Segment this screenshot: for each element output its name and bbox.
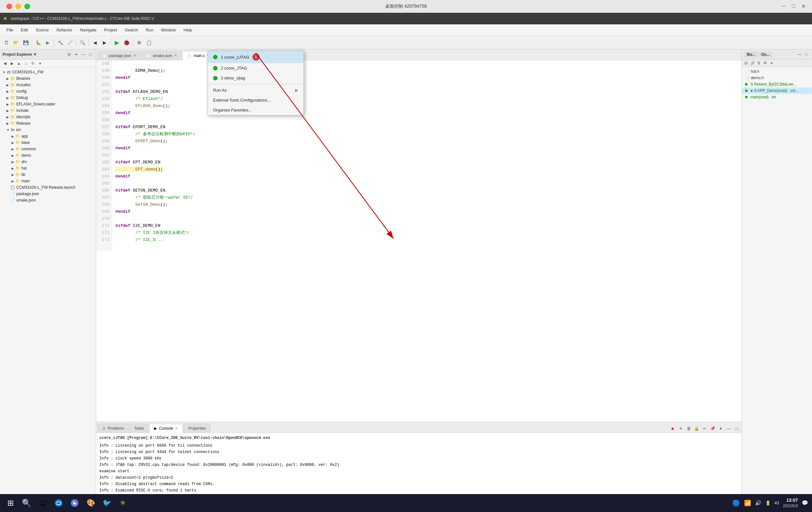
right-panel-controls[interactable]: — □	[796, 52, 809, 57]
outline-item[interactable]: main(void) : int	[742, 94, 812, 100]
tab-outline[interactable]: Ou...	[758, 52, 772, 57]
list-item[interactable]: ▶ 📁 main	[0, 178, 96, 184]
menu-edit[interactable]: Edit	[18, 26, 31, 34]
restore-icon[interactable]: □	[792, 3, 795, 9]
outline-collapse-btn[interactable]: ⊟	[743, 60, 749, 66]
list-item[interactable]: ▶ 📁 common	[0, 146, 96, 152]
minimize-panel-btn[interactable]: —	[81, 52, 86, 57]
taskbar-search-icon[interactable]: 🔍	[20, 496, 33, 510]
tab-problems[interactable]: ⚠ Problems	[97, 424, 129, 432]
save-button[interactable]: 💾	[21, 38, 30, 47]
run-button[interactable]: ▶	[43, 38, 52, 47]
minimize-bottom-btn[interactable]: —	[725, 425, 732, 432]
taskbar-start-icon[interactable]: ⊞	[4, 496, 17, 510]
back-nav-btn[interactable]: ◀	[2, 61, 8, 66]
debug-ext-button[interactable]: 🐞	[122, 38, 131, 47]
collapse-all-btn[interactable]: ⊟	[66, 52, 72, 57]
menu-window[interactable]: Window	[158, 26, 179, 34]
list-item[interactable]: ▶ 📁 lib	[0, 172, 96, 178]
forward-button[interactable]: ▶	[100, 38, 109, 47]
menu-source[interactable]: Source	[32, 26, 52, 34]
panel-menu-btn[interactable]: ▾	[74, 52, 79, 57]
search-button[interactable]: 🔍	[78, 38, 87, 47]
cm-item-run-as[interactable]: Run As ▶	[208, 85, 303, 95]
outline-link-btn[interactable]: 🔗	[750, 60, 755, 66]
panel-controls[interactable]: ⊟ ▾ — □	[66, 52, 93, 57]
list-item[interactable]: ▶ 📁 ldscripts	[0, 114, 96, 120]
list-item[interactable]: ▶ 📄 package.json	[0, 191, 96, 197]
menu-run[interactable]: Run	[143, 26, 157, 34]
minimize-right-btn[interactable]: —	[796, 52, 802, 57]
list-item[interactable]: ▶ 📁 base	[0, 139, 96, 146]
list-item[interactable]: ▶ 📁 drv	[0, 159, 96, 165]
tab-properties[interactable]: Properties	[183, 424, 210, 432]
close-icon[interactable]: ✕	[802, 3, 806, 9]
list-item[interactable]: ▼ 🗁 src	[0, 126, 96, 133]
taskbar-chrome-icon[interactable]	[68, 496, 81, 510]
settings-btn[interactable]: ▾	[37, 61, 43, 66]
editor-content[interactable]: 148 149 150 151 152 153 154 155 156 157 …	[96, 60, 742, 422]
menu-navigate[interactable]: Navigate	[77, 26, 100, 34]
maximize-bottom-btn[interactable]: □	[733, 425, 740, 432]
tab-close[interactable]: ✕	[133, 54, 136, 58]
taskbar-ide-icon[interactable]: ✳	[116, 496, 129, 510]
list-item[interactable]: ▶ 📁 EFLASH_DownLoader	[0, 101, 96, 107]
taskbar-app6-icon[interactable]: 🐦	[100, 496, 113, 510]
tab-close[interactable]: ✕	[174, 54, 177, 58]
taskbar-app5-icon[interactable]: 🎨	[84, 496, 97, 510]
menu-search[interactable]: Search	[121, 26, 141, 34]
tab-tasks[interactable]: Tasks	[129, 424, 149, 432]
maximize-button[interactable]	[24, 3, 30, 9]
win-controls-right[interactable]: ─ □ ✕	[782, 3, 806, 9]
tab-console[interactable]: ▶ Console ✕	[149, 424, 183, 433]
cm-item-ccore-jtag[interactable]: 2 ccore_JTAG	[208, 63, 303, 73]
outline-item[interactable]: 📄 demo.h	[742, 74, 812, 81]
list-item[interactable]: ▶ 📁 Release	[0, 120, 96, 126]
cm-item-olimx[interactable]: 3 olimx_cjtag	[208, 73, 303, 83]
misc-btn1[interactable]: ⚙	[135, 38, 144, 47]
tree-root[interactable]: ▼ 🗁 CCM3310S-L_FW	[0, 69, 96, 75]
cm-item-organize[interactable]: Organize Favorites...	[208, 105, 303, 115]
cm-item-ext-tools[interactable]: External Tools Configurations...	[208, 95, 303, 105]
stop-btn[interactable]: ■	[669, 425, 676, 432]
window-controls[interactable]	[6, 3, 30, 9]
notification-icon[interactable]: 💬	[802, 500, 808, 506]
scroll-lock-btn[interactable]: 🔒	[693, 425, 700, 432]
menu-help[interactable]: Help	[180, 26, 196, 34]
build-button[interactable]: 🔨	[56, 38, 65, 47]
back-button[interactable]: ◀	[90, 38, 99, 47]
list-item[interactable]: ▶ 📋 CCM3310S-L_FW Release.launch	[0, 184, 96, 191]
list-item[interactable]: ▶ 📁 include	[0, 107, 96, 114]
remove-btn[interactable]: ✕	[677, 425, 684, 432]
code-text[interactable]: EDMA_Demo(); #endif #ifdef EFLASH_DEMO_E…	[112, 60, 742, 250]
new-button[interactable]: 🗒	[2, 38, 11, 47]
tab-build[interactable]: Bu...	[744, 52, 758, 57]
forward-nav-btn[interactable]: ▶	[9, 61, 15, 66]
external-tools-dropdown[interactable]: ▶	[113, 38, 121, 47]
menu-project[interactable]: Project	[101, 26, 120, 34]
cm-item-ccore-cjtag[interactable]: 1 ccore_cJTAG 1	[208, 51, 303, 63]
menu-file[interactable]: File	[3, 26, 16, 34]
misc-btn2[interactable]: 📋	[144, 38, 153, 47]
list-item[interactable]: ▶ 📁 Binaries	[0, 75, 96, 82]
list-item[interactable]: ▶ 📁 app	[0, 133, 96, 139]
home-btn[interactable]: ⌂	[23, 61, 29, 66]
list-item[interactable]: ▶ 📁 config	[0, 88, 96, 94]
list-item[interactable]: ▶ 📁 demo	[0, 152, 96, 159]
open-button[interactable]: 📂	[11, 38, 21, 47]
outline-sort-btn[interactable]: ⇅	[756, 60, 762, 66]
pin-btn[interactable]: 📌	[709, 425, 716, 432]
list-item[interactable]: ▶ 📁 hal	[0, 165, 96, 172]
outline-item[interactable]: S Reboot_ByI2CSdaLow...	[742, 81, 812, 88]
outline-hide-btn[interactable]: 👁	[762, 60, 768, 66]
word-wrap-btn[interactable]: ↵	[701, 425, 708, 432]
outline-toolbar[interactable]: ⊟ 🔗 ⇅ 👁 ▾	[742, 60, 812, 67]
outline-item-active[interactable]: ● S APP_Demo(void) : voi...	[742, 88, 812, 94]
menu-refactor[interactable]: Refactor	[54, 26, 76, 34]
maximize-panel-btn[interactable]: □	[87, 52, 93, 57]
min-icon[interactable]: ─	[782, 3, 785, 9]
tab-package-json[interactable]: 📄 package.json ✕	[97, 51, 141, 60]
clear-btn[interactable]: 🗑	[685, 425, 692, 432]
bottom-controls[interactable]: ■ ✕ 🗑 🔒 ↵ 📌 ▾ — □	[669, 425, 740, 432]
up-nav-btn[interactable]: ▲	[16, 61, 22, 66]
